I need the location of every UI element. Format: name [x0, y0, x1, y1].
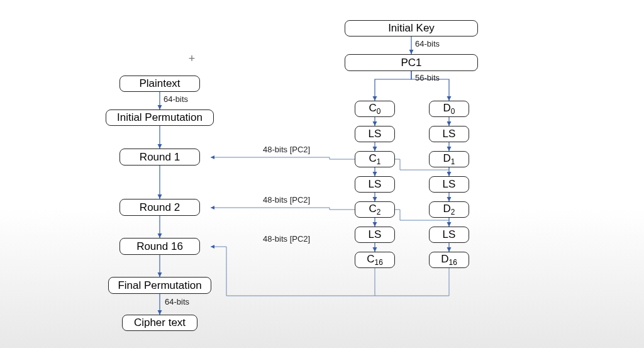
round2-box: Round 2	[119, 199, 200, 216]
ls-label: LS	[443, 228, 456, 241]
d16-label: D16	[441, 253, 457, 267]
label-64bits-1: 64-bits	[164, 94, 188, 104]
c16-label: C16	[367, 253, 383, 267]
pc1-label: PC1	[401, 57, 421, 69]
d0-label: D0	[443, 102, 455, 116]
plaintext-label: Plaintext	[139, 77, 180, 90]
ciphertext-box: Cipher text	[122, 315, 197, 331]
c1-box: C1	[355, 151, 395, 167]
label-64bits-2: 64-bits	[165, 297, 189, 306]
round1-box: Round 1	[119, 149, 200, 166]
initial-key-box: Initial Key	[345, 20, 478, 36]
d0-box: D0	[429, 101, 469, 117]
initial-permutation-label: Initial Permutation	[117, 111, 203, 124]
connectors	[0, 0, 644, 348]
c2-box: C2	[355, 201, 395, 218]
insertion-cursor-icon: +	[186, 53, 197, 64]
round1-label: Round 1	[140, 151, 180, 164]
ciphertext-label: Cipher text	[134, 317, 186, 329]
round2-label: Round 2	[140, 201, 180, 214]
c0-box: C0	[355, 101, 395, 117]
d1-label: D1	[443, 152, 455, 166]
ls-c-3-box: LS	[355, 227, 395, 243]
c1-label: C1	[369, 152, 381, 166]
final-permutation-label: Final Permutation	[118, 279, 201, 292]
initial-key-label: Initial Key	[388, 22, 435, 35]
label-pc2-2: 48-bits [PC2]	[263, 195, 310, 205]
initial-permutation-box: Initial Permutation	[106, 109, 214, 126]
d1-box: D1	[429, 151, 469, 167]
c2-label: C2	[369, 203, 381, 216]
label-pc2-3: 48-bits [PC2]	[263, 234, 310, 244]
ls-label: LS	[369, 178, 382, 191]
round16-box: Round 16	[119, 238, 200, 255]
d16-box: D16	[429, 252, 469, 268]
ls-label: LS	[443, 178, 456, 191]
label-pc2-1: 48-bits [PC2]	[263, 145, 310, 154]
ls-label: LS	[369, 128, 382, 140]
round16-label: Round 16	[136, 240, 183, 253]
label-key-64bits: 64-bits	[415, 39, 440, 48]
ls-label: LS	[443, 128, 456, 140]
ls-d-3-box: LS	[429, 227, 469, 243]
ls-d-2-box: LS	[429, 176, 469, 193]
plaintext-box: Plaintext	[119, 76, 200, 92]
ls-d-1-box: LS	[429, 126, 469, 142]
d2-label: D2	[443, 203, 455, 216]
c0-label: C0	[369, 102, 381, 116]
d2-box: D2	[429, 201, 469, 218]
ls-c-2-box: LS	[355, 176, 395, 193]
pc1-box: PC1	[345, 54, 478, 71]
ls-c-1-box: LS	[355, 126, 395, 142]
c16-box: C16	[355, 252, 395, 268]
label-56bits: 56-bits	[415, 73, 440, 82]
final-permutation-box: Final Permutation	[108, 277, 211, 294]
ls-label: LS	[369, 228, 382, 241]
